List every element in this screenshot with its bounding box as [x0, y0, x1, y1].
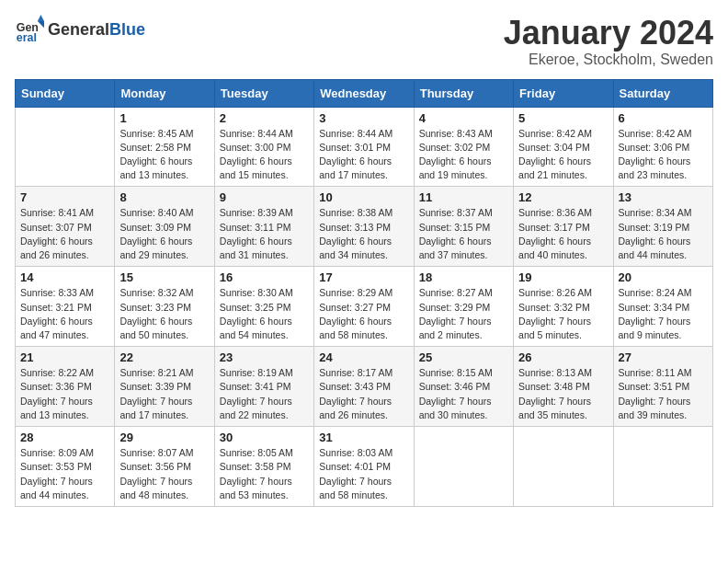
logo-text-blue: Blue — [109, 20, 145, 39]
day-detail: Sunrise: 8:45 AM Sunset: 2:58 PM Dayligh… — [119, 127, 209, 183]
day-number: 15 — [119, 270, 209, 284]
calendar-cell: 23Sunrise: 8:19 AM Sunset: 3:41 PM Dayli… — [214, 347, 313, 427]
day-detail: Sunrise: 8:03 AM Sunset: 4:01 PM Dayligh… — [319, 446, 408, 502]
day-number: 12 — [518, 190, 608, 204]
calendar-cell: 22Sunrise: 8:21 AM Sunset: 3:39 PM Dayli… — [115, 347, 214, 427]
logo-wordmark: GeneralBlue — [48, 20, 145, 40]
day-detail: Sunrise: 8:33 AM Sunset: 3:21 PM Dayligh… — [20, 286, 109, 342]
calendar-cell: 2Sunrise: 8:44 AM Sunset: 3:00 PM Daylig… — [214, 107, 313, 187]
day-number: 13 — [619, 190, 708, 204]
day-detail: Sunrise: 8:15 AM Sunset: 3:46 PM Dayligh… — [419, 366, 508, 422]
day-detail: Sunrise: 8:43 AM Sunset: 3:02 PM Dayligh… — [419, 127, 508, 183]
day-number: 2 — [220, 111, 309, 125]
day-detail: Sunrise: 8:42 AM Sunset: 3:06 PM Dayligh… — [619, 127, 708, 183]
day-detail: Sunrise: 8:42 AM Sunset: 3:04 PM Dayligh… — [518, 127, 608, 183]
day-detail: Sunrise: 8:09 AM Sunset: 3:53 PM Dayligh… — [20, 446, 109, 502]
day-number: 3 — [319, 111, 408, 125]
calendar-cell: 14Sunrise: 8:33 AM Sunset: 3:21 PM Dayli… — [16, 267, 115, 347]
calendar-cell: 27Sunrise: 8:11 AM Sunset: 3:51 PM Dayli… — [613, 347, 712, 427]
day-number: 16 — [220, 270, 309, 284]
weekday-header-row: SundayMondayTuesdayWednesdayThursdayFrid… — [16, 79, 713, 107]
calendar-cell: 6Sunrise: 8:42 AM Sunset: 3:06 PM Daylig… — [613, 107, 712, 187]
day-detail: Sunrise: 8:07 AM Sunset: 3:56 PM Dayligh… — [119, 446, 209, 502]
calendar-cell: 11Sunrise: 8:37 AM Sunset: 3:15 PM Dayli… — [414, 187, 513, 267]
calendar-cell — [16, 107, 115, 187]
calendar-cell: 25Sunrise: 8:15 AM Sunset: 3:46 PM Dayli… — [414, 347, 513, 427]
calendar-week-row: 14Sunrise: 8:33 AM Sunset: 3:21 PM Dayli… — [16, 267, 713, 347]
day-number: 30 — [220, 431, 309, 444]
calendar-cell: 28Sunrise: 8:09 AM Sunset: 3:53 PM Dayli… — [16, 427, 115, 507]
calendar-cell: 12Sunrise: 8:36 AM Sunset: 3:17 PM Dayli… — [514, 187, 613, 267]
calendar-cell: 17Sunrise: 8:29 AM Sunset: 3:27 PM Dayli… — [314, 267, 414, 347]
calendar-week-row: 21Sunrise: 8:22 AM Sunset: 3:36 PM Dayli… — [16, 347, 713, 427]
calendar-cell: 24Sunrise: 8:17 AM Sunset: 3:43 PM Dayli… — [314, 347, 414, 427]
weekday-header-wednesday: Wednesday — [314, 79, 414, 107]
calendar-cell: 18Sunrise: 8:27 AM Sunset: 3:29 PM Dayli… — [414, 267, 513, 347]
day-number: 22 — [119, 350, 209, 364]
day-number: 10 — [319, 190, 408, 204]
calendar-cell: 26Sunrise: 8:13 AM Sunset: 3:48 PM Dayli… — [514, 347, 613, 427]
calendar-cell — [414, 427, 513, 507]
day-number: 27 — [619, 350, 708, 364]
svg-text:eral: eral — [17, 31, 37, 44]
day-number: 24 — [319, 350, 408, 364]
calendar-cell: 29Sunrise: 8:07 AM Sunset: 3:56 PM Dayli… — [115, 427, 214, 507]
day-detail: Sunrise: 8:40 AM Sunset: 3:09 PM Dayligh… — [119, 206, 209, 262]
day-number: 7 — [20, 190, 109, 204]
day-number: 19 — [518, 270, 608, 284]
day-detail: Sunrise: 8:17 AM Sunset: 3:43 PM Dayligh… — [319, 366, 408, 422]
day-detail: Sunrise: 8:27 AM Sunset: 3:29 PM Dayligh… — [419, 286, 508, 342]
day-number: 25 — [419, 350, 508, 364]
day-number: 6 — [619, 111, 708, 125]
day-detail: Sunrise: 8:36 AM Sunset: 3:17 PM Dayligh… — [518, 206, 608, 262]
calendar-week-row: 28Sunrise: 8:09 AM Sunset: 3:53 PM Dayli… — [16, 427, 713, 507]
day-number: 9 — [220, 190, 309, 204]
day-detail: Sunrise: 8:44 AM Sunset: 3:00 PM Dayligh… — [220, 127, 309, 183]
day-detail: Sunrise: 8:13 AM Sunset: 3:48 PM Dayligh… — [518, 366, 608, 422]
calendar-cell: 10Sunrise: 8:38 AM Sunset: 3:13 PM Dayli… — [314, 187, 414, 267]
logo-icon: Gen eral — [15, 15, 44, 44]
calendar-cell: 16Sunrise: 8:30 AM Sunset: 3:25 PM Dayli… — [214, 267, 313, 347]
day-detail: Sunrise: 8:29 AM Sunset: 3:27 PM Dayligh… — [319, 286, 408, 342]
day-number: 21 — [20, 350, 109, 364]
day-number: 28 — [20, 431, 109, 444]
day-number: 14 — [20, 270, 109, 284]
calendar-week-row: 7Sunrise: 8:41 AM Sunset: 3:07 PM Daylig… — [16, 187, 713, 267]
logo-text-general: General — [48, 20, 109, 39]
weekday-header-friday: Friday — [514, 79, 613, 107]
day-detail: Sunrise: 8:34 AM Sunset: 3:19 PM Dayligh… — [619, 206, 708, 262]
calendar-cell: 19Sunrise: 8:26 AM Sunset: 3:32 PM Dayli… — [514, 267, 613, 347]
calendar-subtitle: Ekeroe, Stockholm, Sweden — [504, 52, 713, 68]
day-number: 11 — [419, 190, 508, 204]
day-number: 18 — [419, 270, 508, 284]
day-detail: Sunrise: 8:44 AM Sunset: 3:01 PM Dayligh… — [319, 127, 408, 183]
calendar-cell: 4Sunrise: 8:43 AM Sunset: 3:02 PM Daylig… — [414, 107, 513, 187]
calendar-cell — [514, 427, 613, 507]
calendar-cell: 31Sunrise: 8:03 AM Sunset: 4:01 PM Dayli… — [314, 427, 414, 507]
calendar-cell — [613, 427, 712, 507]
calendar-cell: 13Sunrise: 8:34 AM Sunset: 3:19 PM Dayli… — [613, 187, 712, 267]
calendar-cell: 9Sunrise: 8:39 AM Sunset: 3:11 PM Daylig… — [214, 187, 313, 267]
day-detail: Sunrise: 8:30 AM Sunset: 3:25 PM Dayligh… — [220, 286, 309, 342]
calendar-cell: 1Sunrise: 8:45 AM Sunset: 2:58 PM Daylig… — [115, 107, 214, 187]
day-number: 23 — [220, 350, 309, 364]
day-detail: Sunrise: 8:19 AM Sunset: 3:41 PM Dayligh… — [220, 366, 309, 422]
day-detail: Sunrise: 8:39 AM Sunset: 3:11 PM Dayligh… — [220, 206, 309, 262]
calendar-week-row: 1Sunrise: 8:45 AM Sunset: 2:58 PM Daylig… — [16, 107, 713, 187]
day-detail: Sunrise: 8:05 AM Sunset: 3:58 PM Dayligh… — [220, 446, 309, 502]
day-detail: Sunrise: 8:24 AM Sunset: 3:34 PM Dayligh… — [619, 286, 708, 342]
calendar-cell: 7Sunrise: 8:41 AM Sunset: 3:07 PM Daylig… — [16, 187, 115, 267]
day-number: 17 — [319, 270, 408, 284]
weekday-header-monday: Monday — [115, 79, 214, 107]
day-number: 1 — [119, 111, 209, 125]
weekday-header-thursday: Thursday — [414, 79, 513, 107]
day-detail: Sunrise: 8:32 AM Sunset: 3:23 PM Dayligh… — [119, 286, 209, 342]
title-block: January 2024 Ekeroe, Stockholm, Sweden — [504, 15, 713, 68]
day-detail: Sunrise: 8:21 AM Sunset: 3:39 PM Dayligh… — [119, 366, 209, 422]
weekday-header-sunday: Sunday — [16, 79, 115, 107]
calendar-cell: 15Sunrise: 8:32 AM Sunset: 3:23 PM Dayli… — [115, 267, 214, 347]
day-number: 26 — [518, 350, 608, 364]
day-detail: Sunrise: 8:26 AM Sunset: 3:32 PM Dayligh… — [518, 286, 608, 342]
calendar-cell: 5Sunrise: 8:42 AM Sunset: 3:04 PM Daylig… — [514, 107, 613, 187]
day-number: 31 — [319, 431, 408, 444]
